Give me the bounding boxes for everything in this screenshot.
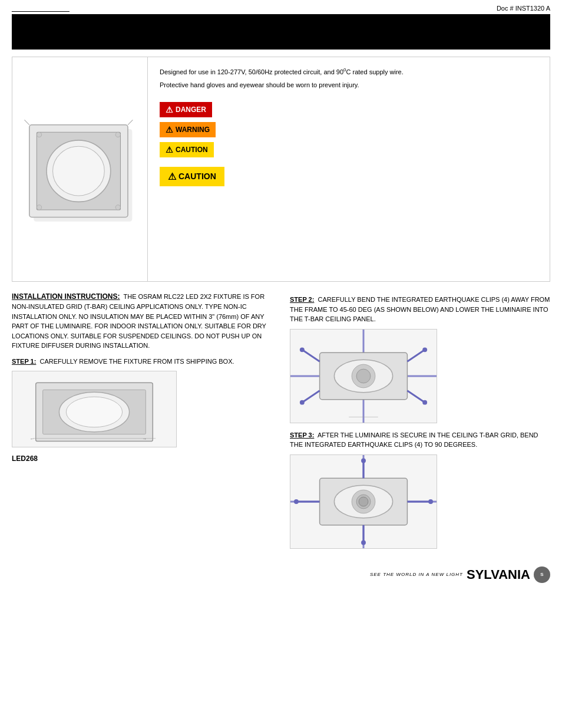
- footer: SEE THE WORLD IN A NEW LIGHT SYLVANIA S: [0, 562, 562, 588]
- warning-label: WARNING: [176, 126, 210, 134]
- step3-text: AFTER THE LUMINAIRE IS SECURE IN THE CEI…: [290, 431, 538, 449]
- svg-point-50: [359, 497, 368, 506]
- safety-line2: Protective hand gloves and eyewear shoul…: [160, 80, 538, 90]
- svg-point-45: [428, 499, 433, 504]
- svg-point-46: [361, 458, 366, 463]
- step3-block: STEP 3: AFTER THE LUMINAIRE IS SECURE IN…: [290, 430, 550, 450]
- installation-intro-text: THE OSRAM RLC22 LED 2X2 FIXTURE IS FOR N…: [12, 293, 266, 349]
- product-image-box: [12, 57, 148, 281]
- sylvania-logo: SEE THE WORLD IN A NEW LIGHT SYLVANIA S: [370, 566, 550, 583]
- top-section: Designed for use in 120-277V, 50/60Hz pr…: [12, 57, 550, 282]
- svg-line-9: [24, 120, 29, 124]
- caution1-badge-row: ⚠ CAUTION: [160, 142, 538, 157]
- sylvania-tagline: SEE THE WORLD IN A NEW LIGHT: [370, 572, 463, 577]
- svg-point-47: [361, 540, 366, 545]
- step1-svg: ← →: [12, 371, 176, 447]
- sylvania-circle-icon: S: [534, 566, 550, 583]
- svg-point-30: [300, 400, 305, 404]
- svg-point-15: [66, 397, 122, 427]
- safety-info-box: Designed for use in 120-277V, 50/60Hz pr…: [148, 57, 550, 281]
- svg-line-10: [128, 120, 133, 124]
- left-column: INSTALLATION INSTRUCTIONS: THE OSRAM RLC…: [12, 291, 272, 556]
- safety-badges: ⚠ DANGER ⚠ WARNING ⚠ CAUTION: [160, 102, 538, 186]
- danger-triangle-icon: ⚠: [166, 105, 173, 114]
- step1-illustration: ← →: [12, 371, 177, 447]
- danger-badge: ⚠ DANGER: [160, 102, 212, 117]
- header: ________________ Doc # INST1320 A: [0, 0, 562, 14]
- step1-label: STEP 1:: [12, 358, 36, 365]
- step2-text: CAREFULLY BEND THE INTEGRATED EARTHQUAKE…: [290, 296, 550, 322]
- product-image: [18, 63, 141, 275]
- doc-number: Doc # INST1320 A: [497, 5, 550, 12]
- caution2-label: CAUTION: [178, 172, 216, 181]
- step2-block: STEP 2: CAREFULLY BEND THE INTEGRATED EA…: [290, 295, 550, 324]
- caution2-badge: ⚠ CAUTION: [160, 167, 224, 186]
- svg-point-4: [53, 146, 105, 196]
- sylvania-brand: SYLVANIA: [467, 567, 530, 582]
- installation-title: INSTALLATION INSTRUCTIONS:: [12, 292, 120, 301]
- caution2-badge-row: ⚠ CAUTION: [160, 167, 538, 186]
- danger-label: DANGER: [176, 106, 206, 114]
- caution1-label: CAUTION: [176, 146, 208, 154]
- warning-triangle-icon: ⚠: [166, 125, 173, 134]
- warning-badge: ⚠ WARNING: [160, 122, 216, 137]
- caution2-triangle-icon: ⚠: [168, 171, 176, 182]
- svg-text:→: →: [142, 436, 147, 442]
- svg-point-28: [300, 347, 305, 352]
- svg-point-6: [115, 132, 120, 137]
- installation-intro: INSTALLATION INSTRUCTIONS: THE OSRAM RLC…: [12, 291, 272, 351]
- warning-badge-row: ⚠ WARNING: [160, 122, 538, 137]
- danger-badge-row: ⚠ DANGER: [160, 102, 538, 117]
- doc-line: ________________: [12, 5, 70, 12]
- product-code: LED268: [12, 454, 272, 463]
- step2-illustration: [290, 329, 437, 423]
- svg-point-44: [294, 499, 299, 504]
- step3-label: STEP 3:: [290, 431, 314, 439]
- svg-point-8: [115, 205, 120, 210]
- svg-point-7: [37, 205, 41, 210]
- step1-block: STEP 1: CAREFULLY REMOVE THE FIXTURE FRO…: [12, 357, 272, 367]
- safety-line1: Designed for use in 120-277V, 50/60Hz pr…: [160, 67, 538, 77]
- step3-svg: [290, 454, 437, 549]
- bottom-section: INSTALLATION INSTRUCTIONS: THE OSRAM RLC…: [12, 291, 550, 556]
- svg-point-33: [356, 369, 371, 383]
- svg-point-29: [422, 347, 427, 352]
- caution1-triangle-icon: ⚠: [166, 145, 173, 154]
- svg-text:←: ←: [30, 436, 35, 442]
- step2-svg: [290, 329, 437, 423]
- caution1-badge: ⚠ CAUTION: [160, 142, 214, 157]
- step3-illustration: [290, 454, 437, 549]
- step2-label: STEP 2:: [290, 296, 314, 303]
- right-column: STEP 2: CAREFULLY BEND THE INTEGRATED EA…: [290, 291, 550, 556]
- svg-point-5: [37, 132, 41, 137]
- black-banner: [12, 14, 550, 50]
- step1-text: CAREFULLY REMOVE THE FIXTURE FROM ITS SH…: [40, 358, 234, 365]
- svg-point-31: [422, 400, 427, 404]
